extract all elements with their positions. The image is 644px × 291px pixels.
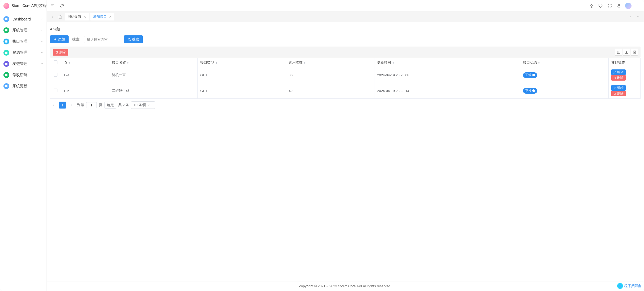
watermark-text: 程序员阿鑫 xyxy=(624,284,641,288)
menu-item-icon xyxy=(3,39,9,44)
sort-icon[interactable]: ▲▼ xyxy=(304,62,306,64)
svg-rect-6 xyxy=(5,85,7,87)
user-avatar[interactable] xyxy=(625,3,632,9)
column-header[interactable]: 调用次数▲▼ xyxy=(286,58,374,67)
chevron-down-icon xyxy=(147,104,150,106)
tab-close-icon[interactable]: ✕ xyxy=(109,15,112,19)
tabs-prev-icon[interactable] xyxy=(49,13,56,20)
sidebar-item[interactable]: 接口管理 xyxy=(0,36,47,47)
goto-confirm-button[interactable]: 确定 xyxy=(104,102,116,109)
menu-item-icon xyxy=(3,83,9,89)
row-checkbox[interactable] xyxy=(50,67,61,83)
column-header[interactable]: 其他操作 xyxy=(609,58,641,67)
svg-point-18 xyxy=(128,38,130,40)
refresh-icon[interactable] xyxy=(59,3,64,9)
sidebar-item[interactable]: 系统管理 xyxy=(0,25,47,36)
status-badge[interactable]: 正常 xyxy=(523,72,537,78)
svg-rect-12 xyxy=(618,6,620,7)
pagesize-label: 10 条/页 xyxy=(133,103,146,107)
sidebar-item[interactable]: 资源管理 xyxy=(0,47,47,58)
tab[interactable]: 网站设置✕ xyxy=(65,13,89,20)
trash-icon xyxy=(55,51,58,54)
search-button[interactable]: 搜索 xyxy=(124,35,143,43)
content: Api接口 添加 搜索: 搜索 删除 xyxy=(47,22,644,281)
sort-icon[interactable]: ▲▼ xyxy=(392,62,394,64)
cell-id: 124 xyxy=(61,67,109,83)
menu-item-icon xyxy=(3,16,9,22)
edit-button[interactable]: 编辑 xyxy=(611,69,626,75)
tabs-dropdown-icon[interactable] xyxy=(635,13,642,20)
edit-button[interactable]: 编辑 xyxy=(611,85,626,91)
data-table: ID▲▼接口名称▲▼接口类型▲▼调用次数▲▼更新时间▲▼接口状态▲▼其他操作 1… xyxy=(50,58,641,99)
lock-icon[interactable] xyxy=(616,3,621,9)
cell-name: 随机一言 xyxy=(109,67,198,83)
chevron-down-icon xyxy=(40,28,43,32)
page-prev-button[interactable] xyxy=(50,102,57,109)
sidebar: Storm Core API控制台 Dashboard系统管理接口管理资源管理友… xyxy=(0,0,47,291)
search-input[interactable] xyxy=(84,36,120,43)
menu-item-icon xyxy=(3,72,9,78)
collapse-menu-icon[interactable] xyxy=(50,3,55,9)
trash-icon xyxy=(613,92,616,95)
chevron-down-icon xyxy=(40,39,43,44)
bulk-delete-button[interactable]: 删除 xyxy=(53,49,68,56)
delete-button[interactable]: 删除 xyxy=(611,75,626,81)
print-tool-icon[interactable] xyxy=(631,49,638,56)
cell-name: 二维码生成 xyxy=(109,83,198,99)
page-unit: 页 xyxy=(99,103,102,107)
tabs-next-icon[interactable] xyxy=(627,13,634,20)
status-badge[interactable]: 正常 xyxy=(523,88,537,94)
tabs-home-icon[interactable] xyxy=(57,13,64,20)
sort-icon[interactable]: ▲▼ xyxy=(127,62,129,64)
tag-icon[interactable] xyxy=(598,3,603,9)
svg-rect-3 xyxy=(5,52,7,54)
checkbox-header[interactable] xyxy=(50,58,61,67)
svg-point-11 xyxy=(600,5,600,5)
fullscreen-icon[interactable] xyxy=(607,3,612,9)
cell-calls: 36 xyxy=(286,67,374,83)
plus-icon xyxy=(54,38,57,41)
cell-status: 正常 xyxy=(520,83,609,99)
search-label: 搜索: xyxy=(72,37,80,42)
export-tool-icon[interactable] xyxy=(623,49,630,56)
column-header[interactable]: 接口类型▲▼ xyxy=(198,58,286,67)
tab[interactable]: 增加接口✕ xyxy=(90,13,114,20)
column-header[interactable]: ID▲▼ xyxy=(61,58,109,67)
theme-icon[interactable] xyxy=(589,3,594,9)
svg-point-13 xyxy=(638,5,638,5)
sidebar-item[interactable]: 友链管理 xyxy=(0,58,47,69)
logo-row: Storm Core API控制台 xyxy=(0,0,47,11)
column-header[interactable]: 接口名称▲▼ xyxy=(109,58,198,67)
goto-input[interactable] xyxy=(86,102,97,108)
column-header[interactable]: 接口状态▲▼ xyxy=(520,58,609,67)
topbar xyxy=(47,0,644,11)
pagesize-select[interactable]: 10 条/页 xyxy=(131,101,155,109)
page-next-button[interactable] xyxy=(68,102,75,109)
bulk-delete-label: 删除 xyxy=(59,50,66,55)
sort-icon[interactable]: ▲▼ xyxy=(68,62,70,64)
add-button-label: 添加 xyxy=(58,37,65,42)
sidebar-item[interactable]: Dashboard xyxy=(0,14,47,25)
delete-button[interactable]: 删除 xyxy=(611,91,626,96)
svg-rect-24 xyxy=(634,52,635,53)
add-button[interactable]: 添加 xyxy=(50,35,69,43)
menu-item-label: Dashboard xyxy=(12,17,37,21)
columns-tool-icon[interactable] xyxy=(615,49,622,56)
page-number-button[interactable]: 1 xyxy=(59,102,66,109)
sidebar-item[interactable]: 系统更新 xyxy=(0,81,47,92)
cell-calls: 42 xyxy=(286,83,374,99)
tab-close-icon[interactable]: ✕ xyxy=(83,15,86,19)
row-checkbox[interactable] xyxy=(50,83,61,99)
table-action-bar: 删除 xyxy=(50,47,641,58)
menu-item-icon xyxy=(3,27,9,33)
pagination: 1 到第 页 确定 共 2 条 10 条/页 xyxy=(50,99,641,111)
chevron-down-icon xyxy=(40,62,43,66)
tab-label: 增加接口 xyxy=(93,14,107,19)
sort-icon[interactable]: ▲▼ xyxy=(215,62,218,64)
table-row: 124 随机一言 GET 36 2024-04-19 23:23:08 正常 编… xyxy=(50,67,641,83)
more-icon[interactable] xyxy=(635,3,641,9)
svg-rect-2 xyxy=(5,40,7,43)
sort-icon[interactable]: ▲▼ xyxy=(538,62,540,64)
column-header[interactable]: 更新时间▲▼ xyxy=(374,58,520,67)
sidebar-item[interactable]: 修改密码 xyxy=(0,69,47,81)
